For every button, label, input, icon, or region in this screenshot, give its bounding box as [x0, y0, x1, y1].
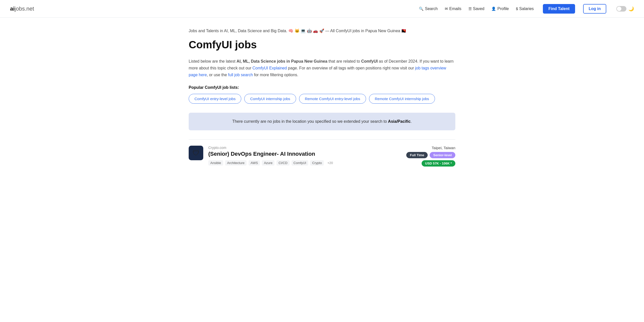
theme-toggle[interactable] [616, 6, 626, 12]
email-icon: ✉ [445, 7, 448, 11]
theme-toggle-wrap: 🌙 [616, 6, 634, 12]
desc-part2: that are related to [327, 59, 361, 63]
job-tag-architecture[interactable]: Architecture [225, 160, 247, 166]
badge-senior-level: Senior-level [430, 152, 455, 158]
desc-part5: , or use the [207, 73, 228, 77]
job-location: Taipei, Taiwan [432, 146, 455, 150]
job-tags: Ansible Architecture AWS Azure CI/CD Com… [208, 160, 395, 166]
job-tag-comfyui[interactable]: ComfyUI [292, 160, 308, 166]
job-tag-aws[interactable]: AWS [249, 160, 260, 166]
tag-btn-remote-internship[interactable]: Remote ComfyUI internship jobs [369, 94, 435, 104]
company-logo: 🛡 [189, 146, 203, 160]
main-nav: 🔍 Search ✉ Emails ☰ Saved 👤 Profile $ Sa… [419, 4, 634, 14]
page-description: Listed below are the latest AI, ML, Data… [189, 58, 455, 78]
job-more-tags: +20 [326, 160, 334, 166]
nav-profile[interactable]: 👤 Profile [491, 7, 509, 11]
job-tag-ansible[interactable]: Ansible [208, 160, 223, 166]
job-card: 🛡 Crypto.com (Senior) DevOps Engineer- A… [189, 139, 455, 173]
badge-fulltime: Full Time [406, 152, 428, 158]
job-badge-row: Full Time Senior-level [406, 152, 455, 158]
site-logo[interactable]: aijobs.net [10, 6, 34, 12]
tag-btn-remote-entry-level[interactable]: Remote ComfyUI entry-level jobs [299, 94, 366, 104]
nav-saved[interactable]: ☰ Saved [468, 7, 484, 11]
desc-bold2: ComfyUI [361, 59, 378, 63]
job-tag-crypto[interactable]: Crypto [310, 160, 324, 166]
dollar-icon: $ [516, 7, 518, 11]
job-info: Crypto.com (Senior) DevOps Engineer- AI … [208, 146, 395, 166]
nav-salaries-label: Salaries [519, 7, 534, 11]
desc-bold1: AI, ML, Data Science jobs in Papua New G… [236, 59, 327, 63]
info-banner-text2: . [411, 119, 412, 124]
desc-part4: page. For an overview of all tags with o… [287, 66, 415, 70]
info-banner-bold: Asia/Pacific [388, 119, 411, 124]
page-title: ComfyUI jobs [189, 39, 455, 51]
desc-part1: Listed below are the latest [189, 59, 236, 63]
logo-normal: jobs.net [15, 6, 34, 12]
info-banner: There currently are no jobs in the locat… [189, 113, 455, 130]
find-talent-button[interactable]: Find Talent [543, 4, 575, 14]
saved-icon: ☰ [468, 7, 472, 11]
page-subtitle: Jobs and Talents in AI, ML, Data Science… [189, 28, 455, 34]
tag-btn-entry-level[interactable]: ComfyUI entry-level jobs [189, 94, 241, 104]
info-banner-text1: There currently are no jobs in the locat… [232, 119, 388, 124]
popular-label: Popular ComfyUI job lists: [189, 85, 455, 90]
tag-btn-internship[interactable]: ComfyUI internship jobs [244, 94, 296, 104]
job-tag-azure[interactable]: Azure [262, 160, 274, 166]
nav-search[interactable]: 🔍 Search [419, 7, 438, 11]
job-meta: Taipei, Taiwan Full Time Senior-level US… [400, 146, 455, 167]
company-logo-icon: 🛡 [192, 149, 199, 157]
company-name: Crypto.com [208, 146, 395, 150]
logo-bold: ai [10, 6, 15, 12]
login-button[interactable]: Log in [583, 4, 606, 14]
nav-salaries[interactable]: $ Salaries [516, 7, 534, 11]
main-content: Jobs and Talents in AI, ML, Data Science… [184, 18, 460, 188]
search-icon: 🔍 [419, 7, 424, 11]
popular-tag-buttons: ComfyUI entry-level jobs ComfyUI interns… [189, 94, 455, 104]
comfyui-explained-link[interactable]: ComfyUI Explained [252, 66, 287, 70]
full-job-search-link[interactable]: full job search [228, 73, 253, 77]
job-tag-cicd[interactable]: CI/CD [276, 160, 289, 166]
dark-mode-icon: 🌙 [628, 6, 634, 12]
nav-search-label: Search [425, 7, 438, 11]
nav-emails-label: Emails [449, 7, 461, 11]
badge-salary: USD 57K - 106K * [422, 160, 455, 167]
job-title[interactable]: (Senior) DevOps Engineer- AI Innovation [208, 151, 395, 157]
nav-saved-label: Saved [473, 7, 484, 11]
nav-emails[interactable]: ✉ Emails [445, 7, 461, 11]
header: aijobs.net 🔍 Search ✉ Emails ☰ Saved 👤 P… [0, 0, 644, 18]
desc-part6: for more filtering options. [253, 73, 298, 77]
nav-profile-label: Profile [497, 7, 509, 11]
profile-icon: 👤 [491, 7, 496, 11]
